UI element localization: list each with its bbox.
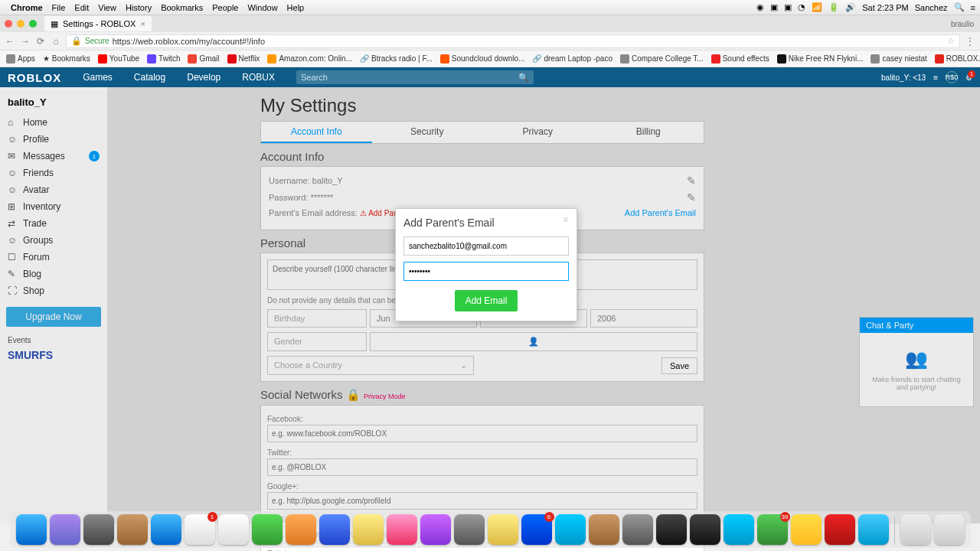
robux-count[interactable]: R$0 — [946, 71, 958, 83]
bookmark-item[interactable]: ★Bookmarks — [43, 54, 90, 63]
volume-icon[interactable]: 🔊 — [845, 2, 856, 12]
back-icon[interactable]: ← — [5, 36, 15, 47]
dock-photos[interactable] — [488, 514, 518, 545]
menu-bookmarks[interactable]: Bookmarks — [161, 3, 203, 12]
add-parent-email-modal: × Add Parent's Email Add Email — [395, 208, 577, 321]
dock-safari[interactable] — [151, 514, 181, 545]
nav-menu-icon[interactable]: ≡ — [933, 73, 938, 82]
nav-games[interactable]: Games — [83, 72, 113, 83]
bookmark-item[interactable]: Twitch — [147, 54, 180, 64]
menu-help[interactable]: Help — [287, 3, 305, 12]
url-text: https://web.roblox.com/my/account#!/info — [113, 37, 265, 46]
bookmark-item[interactable]: Netflix — [227, 54, 260, 64]
nav-username[interactable]: balito_Y: <13 — [881, 73, 926, 82]
dock-itunes[interactable] — [387, 514, 417, 545]
search-icon: 🔍 — [518, 73, 529, 83]
tab-close-icon[interactable]: × — [140, 19, 145, 28]
battery-icon[interactable]: 🔋 — [828, 2, 839, 12]
bookmark-item[interactable]: Amazon.com: Onlin... — [267, 54, 352, 64]
dock-imovie[interactable] — [420, 514, 451, 545]
dock-downloads[interactable] — [900, 514, 931, 545]
bookmark-item[interactable]: YouTube — [98, 54, 139, 64]
dock-siri[interactable] — [50, 514, 80, 545]
notification-icon[interactable]: ≡ — [971, 3, 975, 12]
dock-keynote[interactable] — [319, 514, 350, 545]
nav-develop[interactable]: Develop — [187, 72, 220, 83]
clock[interactable]: Sat 2:23 PM — [862, 3, 909, 12]
dock-appstore[interactable]: 6 — [521, 514, 552, 545]
dock-app[interactable] — [858, 514, 889, 545]
dock-launchpad[interactable] — [83, 514, 114, 545]
menu-icon[interactable]: ⋮ — [965, 36, 975, 47]
modal-title: Add Parent's Email — [403, 217, 569, 229]
roblox-logo[interactable]: ROBLOX — [8, 71, 61, 84]
address-bar: ← → ⟳ ⌂ 🔒 Secure https://web.roblox.com/… — [0, 32, 980, 51]
status-icon[interactable]: ◉ — [756, 2, 764, 12]
menu-view[interactable]: View — [98, 3, 116, 12]
dock-roblox[interactable] — [825, 514, 855, 545]
dock-trash[interactable] — [934, 514, 965, 545]
bookmark-item[interactable]: Gmail — [188, 54, 219, 64]
dock-app[interactable] — [724, 514, 754, 545]
bookmark-item[interactable]: Nike Free RN Flykni... — [777, 54, 864, 64]
dock-contacts[interactable] — [117, 514, 148, 545]
dock-minecraft[interactable]: 39 — [757, 514, 788, 545]
bookmark-item[interactable]: 🔗Btracks radio | F... — [360, 54, 433, 63]
wifi-icon[interactable]: 📶 — [812, 2, 822, 12]
bookmark-item[interactable]: Soundcloud downlo... — [440, 54, 525, 64]
modal-close-icon[interactable]: × — [563, 214, 569, 226]
bookmark-apps[interactable]: Apps — [6, 54, 35, 64]
nav-robux[interactable]: ROBUX — [242, 72, 275, 83]
dock-badge: 39 — [780, 512, 790, 522]
add-email-button[interactable]: Add Email — [455, 290, 518, 311]
account-password-input[interactable] — [403, 262, 569, 281]
mac-menubar: Chrome File Edit View History Bookmarks … — [0, 0, 980, 15]
spotlight-icon[interactable]: 🔍 — [954, 2, 965, 12]
dock-numbers[interactable] — [353, 514, 384, 545]
parent-email-input[interactable] — [403, 236, 569, 256]
menu-file[interactable]: File — [52, 3, 66, 12]
dock-app[interactable] — [622, 514, 653, 545]
tab-favicon: ▦ — [51, 19, 58, 29]
active-app[interactable]: Chrome — [11, 3, 43, 12]
menu-people[interactable]: People — [212, 3, 238, 12]
home-icon[interactable]: ⌂ — [51, 36, 61, 47]
profile-label[interactable]: braulio — [951, 20, 974, 28]
status-icon[interactable]: ▣ — [770, 2, 778, 12]
forward-icon[interactable]: → — [20, 36, 31, 47]
bookmark-item[interactable]: casey niestat — [871, 54, 926, 64]
user-menu[interactable]: Sanchez — [915, 3, 948, 12]
dock-chrome[interactable] — [791, 514, 822, 545]
menu-edit[interactable]: Edit — [74, 3, 89, 12]
site-search[interactable]: Search 🔍 — [296, 70, 534, 84]
dock-skype[interactable] — [555, 514, 586, 545]
dock-garageband[interactable] — [589, 514, 619, 545]
bookmark-item[interactable]: 🔗dream Laptop -paco — [532, 54, 612, 63]
status-icon[interactable]: ◔ — [798, 2, 805, 12]
dock-gopro[interactable] — [690, 514, 720, 545]
url-field[interactable]: 🔒 Secure https://web.roblox.com/my/accou… — [66, 34, 960, 48]
bookmark-item[interactable]: Compare College T... — [620, 54, 704, 64]
nav-catalog[interactable]: Catalog — [134, 72, 165, 83]
dock-sysprefs[interactable] — [454, 514, 485, 545]
mac-dock: 1 6 39 — [0, 511, 980, 551]
window-controls[interactable] — [5, 20, 37, 28]
secure-label: Secure — [85, 37, 109, 45]
dock-messages[interactable] — [252, 514, 283, 545]
menu-window[interactable]: Window — [247, 3, 277, 12]
dock-reminders[interactable] — [218, 514, 249, 545]
settings-icon[interactable]: ⚙1 — [965, 73, 972, 82]
dock-steam[interactable] — [656, 514, 687, 545]
dock-ibooks[interactable] — [286, 514, 316, 545]
bookmark-star-icon[interactable]: ☆ — [947, 36, 955, 46]
dock-finder[interactable] — [16, 514, 47, 545]
dock-badge: 1 — [207, 512, 217, 522]
browser-tab[interactable]: ▦ Settings - ROBLOX × — [44, 16, 152, 31]
bookmark-item[interactable]: Sound effects — [711, 54, 769, 64]
site-topnav: ROBLOX Games Catalog Develop ROBUX Searc… — [0, 67, 980, 87]
bookmark-item[interactable]: ROBLOX.com — [935, 54, 980, 64]
menu-history[interactable]: History — [126, 3, 152, 12]
reload-icon[interactable]: ⟳ — [35, 36, 46, 47]
dock-calendar[interactable]: 1 — [185, 514, 215, 545]
status-icon[interactable]: ▣ — [784, 2, 792, 12]
